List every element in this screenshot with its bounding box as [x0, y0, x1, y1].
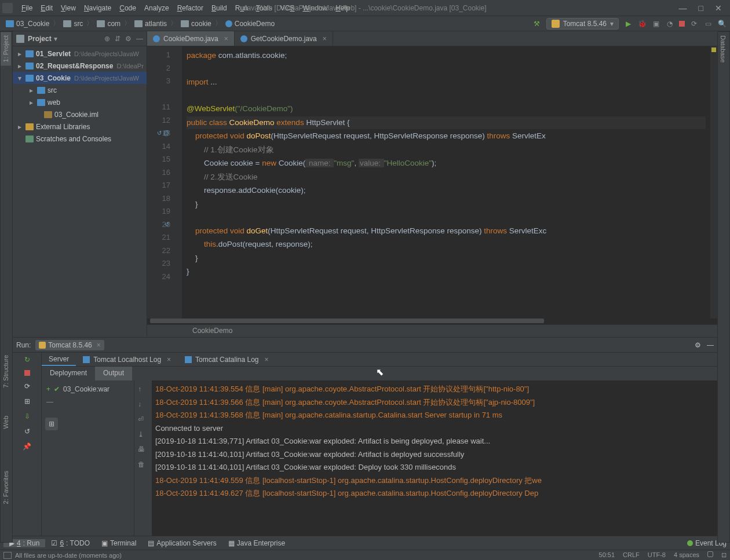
toolwin-appservers[interactable]: ▤ Application Servers [142, 539, 222, 547]
run-tab-output[interactable]: Output [95, 367, 132, 380]
breadcrumb-module[interactable]: 03_Cookie [3, 20, 52, 28]
layout-icon[interactable]: ▭ [703, 19, 713, 28]
close-tab-icon[interactable]: × [224, 35, 228, 43]
run-settings-icon[interactable]: ⚙ [695, 341, 701, 349]
run-config-tab[interactable]: Tomcat 8.5.46× [35, 340, 104, 350]
run-tab-deployment[interactable]: Deployment [42, 367, 95, 380]
editor-breadcrumb[interactable]: CookieDemo [147, 324, 717, 337]
breadcrumb-class[interactable]: CookieDemo [223, 20, 277, 28]
breadcrumb-cookie[interactable]: cookie [178, 20, 214, 28]
run-config-selector[interactable]: Tomcat 8.5.46 ▾ [546, 18, 619, 30]
tree-item-01servlet[interactable]: ▸01_ServletD:\IdeaProjects\JavaW [13, 47, 147, 60]
status-message: All files are up-to-date (moments ago) [15, 552, 122, 559]
menu-file[interactable]: File [17, 4, 36, 12]
indent-info[interactable]: 4 spaces [674, 551, 699, 559]
remove-artifact-icon[interactable]: — [46, 398, 53, 406]
menu-refactor[interactable]: Refactor [173, 4, 207, 12]
deployment-artifact[interactable]: + ✔ 03_Cookie:war [45, 384, 130, 394]
tree-item-03cookie[interactable]: ▾03_CookieD:\IdeaProjects\JavaW [13, 72, 147, 84]
run-icon[interactable]: ▶ [623, 19, 633, 28]
collapse-icon[interactable]: ⇵ [115, 35, 121, 43]
locate-icon[interactable]: ⊕ [104, 35, 110, 43]
project-tree[interactable]: ▸01_ServletD:\IdeaProjects\JavaW ▸02_Req… [13, 46, 147, 337]
tree-item-iml[interactable]: 03_Cookie.iml [13, 108, 147, 120]
minimize-button[interactable]: — [679, 3, 687, 13]
line-separator[interactable]: CRLF [623, 551, 640, 559]
project-panel-title[interactable]: Project [28, 35, 52, 43]
print-icon[interactable]: 🖶 [138, 445, 148, 453]
pin-icon[interactable]: 📌 [23, 442, 32, 451]
reload-icon[interactable]: ↺ [23, 427, 32, 436]
tree-item-web[interactable]: ▸web [13, 96, 147, 108]
file-encoding[interactable]: UTF-8 [648, 551, 666, 559]
artifact-settings-icon[interactable]: ⊞ [45, 418, 58, 430]
debug-icon[interactable]: 🐞 [637, 19, 647, 28]
stripe-project[interactable]: 1: Project [1, 32, 11, 65]
toolwin-javaee[interactable]: ▦ Java Enterprise [222, 539, 291, 547]
project-view-icon [16, 35, 24, 43]
clear-icon[interactable]: 🗑 [138, 460, 148, 469]
search-everywhere-icon[interactable]: 🔍 [717, 19, 727, 28]
scroll-up-icon[interactable]: ↑ [138, 385, 148, 393]
profile-icon[interactable]: ◔ [665, 19, 674, 28]
stop-icon[interactable] [679, 21, 685, 27]
stripe-structure[interactable]: 7: Structure [1, 352, 11, 391]
open-browser-icon[interactable]: ⊞ [23, 397, 32, 406]
add-icon[interactable]: + [46, 385, 50, 393]
tree-item-src[interactable]: ▸src [13, 84, 147, 96]
breadcrumb-com[interactable]: com [94, 20, 123, 28]
soft-wrap-icon[interactable]: ⏎ [138, 415, 148, 423]
warning-marker-icon[interactable] [711, 47, 716, 52]
coverage-icon[interactable]: ▣ [651, 19, 660, 28]
console-output[interactable]: 18-Oct-2019 11:41:39.554 信息 [main] org.a… [152, 380, 717, 536]
readonly-lock-icon[interactable] [707, 551, 713, 557]
close-button[interactable]: ✕ [715, 3, 722, 13]
run-tab-server[interactable]: Server [42, 353, 76, 366]
deploy-all-icon[interactable]: ⇩ [23, 412, 32, 421]
stripe-database[interactable]: Database [718, 32, 728, 66]
code-editor-content[interactable]: package com.atlantis.cookie; import ... … [182, 46, 710, 319]
stripe-web[interactable]: Web [1, 412, 11, 432]
breadcrumb-atlantis[interactable]: atlantis [132, 20, 169, 28]
stop-run-icon[interactable] [24, 370, 30, 376]
rerun-icon[interactable]: ↻ [23, 355, 32, 364]
right-tool-stripe: Database [717, 31, 730, 543]
memory-indicator-icon[interactable]: ⊡ [721, 551, 727, 559]
error-stripe[interactable] [710, 46, 717, 319]
maximize-button[interactable]: □ [699, 3, 703, 13]
project-tool-window: Project ▾ ⊕ ⇵ ⚙ — ▸01_ServletD:\IdeaProj… [13, 31, 147, 337]
editor-tab-cookiedemo[interactable]: CookieDemo.java× [147, 31, 235, 46]
tree-item-02request[interactable]: ▸02_Request&ResponseD:\IdeaPr [13, 60, 147, 72]
editor-h-scrollbar[interactable] [147, 319, 717, 324]
run-tab-catalina-log[interactable]: Tomcat Catalina Log× [178, 353, 275, 366]
run-hide-icon[interactable]: — [707, 341, 714, 349]
editor-gutter[interactable]: 1 2 3 11 12 13↺ @ 14 15 16 17 18 19 20↺ … [147, 46, 182, 319]
tree-item-scratches[interactable]: Scratches and Consoles [13, 133, 147, 145]
stripe-favorites[interactable]: 2: Favorites [1, 467, 11, 507]
breadcrumb-src[interactable]: src [61, 20, 85, 28]
hide-icon[interactable]: — [136, 35, 143, 43]
tree-item-external-libs[interactable]: ▸External Libraries [13, 120, 147, 133]
settings-icon[interactable]: ⚙ [125, 35, 132, 43]
editor-tab-getcookiedemo[interactable]: GetCookieDemo.java× [235, 31, 333, 46]
menu-view[interactable]: View [57, 4, 80, 12]
toolwin-todo[interactable]: ☑ 6: TODO [45, 539, 96, 547]
run-tab-localhost-log[interactable]: Tomcat Localhost Log× [76, 353, 178, 366]
project-panel-header: Project ▾ ⊕ ⇵ ⚙ — [13, 31, 147, 46]
menu-analyze[interactable]: Analyze [140, 4, 173, 12]
menu-bar: File Edit View Navigate Code Analyze Ref… [0, 0, 730, 16]
close-tab-icon[interactable]: × [323, 35, 327, 43]
scroll-down-icon[interactable]: ↓ [138, 400, 148, 408]
scroll-to-end-icon[interactable]: ⤓ [138, 430, 148, 438]
update-app-icon[interactable]: ⟳ [689, 19, 699, 28]
build-icon[interactable]: ⚒ [532, 19, 542, 28]
run-label: Run: [16, 341, 31, 349]
status-messages-icon[interactable] [3, 552, 12, 559]
menu-code[interactable]: Code [115, 4, 140, 12]
update-icon[interactable]: ⟳ [23, 382, 32, 391]
menu-navigate[interactable]: Navigate [80, 4, 115, 12]
caret-position[interactable]: 50:51 [599, 551, 615, 559]
menu-build[interactable]: Build [207, 4, 231, 12]
menu-edit[interactable]: Edit [36, 4, 57, 12]
toolwin-terminal[interactable]: ▣ Terminal [96, 539, 142, 547]
